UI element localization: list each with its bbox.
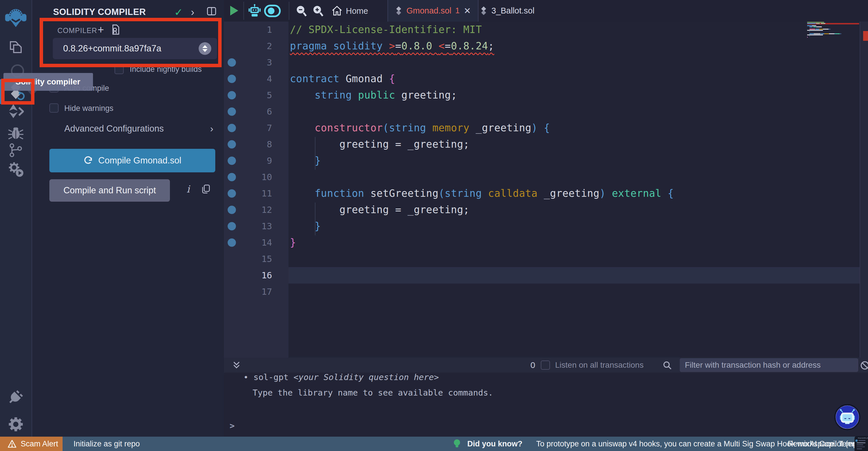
git-init-button[interactable]: Initialize as git repo [73,440,140,448]
gutter-dot[interactable] [228,222,236,230]
compile-success-check-icon: ✓ [174,6,183,19]
info-icon[interactable]: i [187,183,190,195]
gutter-dot[interactable] [228,189,236,198]
gutter-row[interactable]: 2 [224,38,288,54]
compile-and-run-button[interactable]: Compile and Run script [50,179,170,202]
terminal-prompt[interactable]: > [229,421,235,431]
terminal-toolbar: 0 Listen on all transactions [224,358,868,373]
code-line[interactable]: // SPDX-License-Identifier: MIT [290,22,482,38]
gutter-dot[interactable] [228,91,236,100]
compile-button[interactable]: Compile Gmonad.sol [50,149,215,172]
gutter-row[interactable]: 8 [224,136,288,152]
gutter-dot[interactable] [228,58,236,67]
panel-forward-icon[interactable]: › [191,6,194,19]
line-number: 15 [238,251,272,267]
gutter-row[interactable]: 9 [224,152,288,169]
source-control-icon[interactable] [0,142,32,159]
line-number: 2 [238,38,272,54]
expand-terminal-icon[interactable] [232,361,241,371]
code-editor[interactable]: // SPDX-License-Identifier: MITpragma so… [288,22,860,358]
hide-warnings-label[interactable]: Hide warnings [64,104,113,113]
gutter-dot[interactable] [228,206,236,214]
zoom-in-icon[interactable] [312,5,324,19]
terminal-output[interactable]: • sol-gpt <your Solidity question here> … [224,373,868,436]
transaction-filter-input[interactable] [680,358,858,372]
line-number: 11 [238,185,272,202]
gutter-row[interactable]: 6 [224,104,288,120]
clear-console-icon[interactable] [860,361,868,371]
remix-logo[interactable] [0,6,32,29]
code-line[interactable]: constructor(string memory _greeting) { [290,120,550,136]
status-bar: Scam Alert Initialize as git repo Did yo… [0,436,868,451]
code-line[interactable]: } [290,218,321,234]
deploy-run-icon[interactable] [0,102,32,121]
line-number: 8 [238,136,272,152]
hide-warnings-checkbox[interactable] [50,104,59,113]
run-script-icon[interactable] [230,6,238,16]
editor-minimap[interactable] [807,22,859,56]
copilot-toggle-icon[interactable] [264,5,281,19]
settings-icon[interactable] [0,415,32,433]
gutter-dot[interactable] [228,157,236,165]
code-line[interactable]: function setGreeting(string calldata _gr… [290,185,674,202]
gutter-row[interactable]: 16 [224,267,288,284]
gutter-row[interactable]: 5 [224,87,288,104]
gutter-row[interactable]: 7 [224,120,288,136]
code-line[interactable]: string public greeting; [290,87,457,104]
code-line[interactable]: greeting = _greeting; [290,136,470,152]
file-explorer-icon[interactable] [0,39,32,56]
code-line[interactable]: } [290,152,321,169]
home-tab-label[interactable]: Home [346,6,368,16]
gutter-dot[interactable] [228,238,236,247]
code-line[interactable]: contract Gmonad { [290,71,395,87]
gutter-dot[interactable] [228,124,236,132]
gutter-row[interactable]: 10 [224,169,288,185]
tab-label[interactable]: 3_Ballot.sol [491,6,534,16]
line-number: 7 [238,120,272,136]
pin-panel-icon[interactable] [207,6,216,17]
ai-robot-icon[interactable] [248,4,261,19]
editor-scrollbar[interactable] [860,22,868,358]
gutter-row[interactable]: 11 [224,185,288,202]
tab-gmonad[interactable]: Gmonad.sol 1 ✕ [388,0,478,22]
gutter-dot[interactable] [228,140,236,148]
scam-alert-button[interactable]: Scam Alert [0,436,63,451]
remix-ai-assistant-button[interactable] [834,404,861,430]
plugin-manager-icon[interactable] [0,387,32,406]
gutter-dot[interactable] [228,107,236,116]
code-line[interactable]: greeting = _greeting; [290,202,470,218]
copy-icon[interactable] [201,184,211,195]
gutter-row[interactable]: 14 [224,234,288,251]
advanced-chevron-icon[interactable]: › [210,123,213,134]
terminal-line: • sol-gpt <your Solidity question here> [243,372,439,382]
tab-close-icon[interactable]: ✕ [464,6,471,16]
gutter-row[interactable]: 1 [224,22,288,38]
unit-testing-icon[interactable] [0,160,32,179]
advanced-configurations-label[interactable]: Advanced Configurations [64,123,164,134]
tab-label[interactable]: Gmonad.sol [406,6,451,16]
zoom-out-icon[interactable] [295,5,308,19]
gutter-row[interactable]: 4 [224,71,288,87]
gutter-row[interactable]: 12 [224,202,288,218]
listen-transactions-checkbox[interactable] [541,361,550,370]
remix-ide-window: SOLIDITY COMPILER ✓ › COMPILER + 0.8.26+… [0,0,868,451]
solidity-file-icon [480,6,487,16]
gutter-row[interactable]: 17 [224,284,288,300]
home-icon[interactable] [331,5,343,18]
code-line[interactable]: pragma solidity >=0.8.0 <=0.8.24; [290,38,494,54]
tab-ballot[interactable]: 3_Ballot.sol [473,0,541,22]
gutter-dot[interactable] [228,173,236,181]
gutter-row[interactable]: 13 [224,218,288,234]
did-you-know-label: Did you know? [467,440,522,448]
debugger-icon[interactable] [0,124,32,142]
line-number: 9 [238,152,272,169]
panel-title: SOLIDITY COMPILER [53,7,146,17]
gutter-row[interactable]: 15 [224,251,288,267]
listen-transactions-label[interactable]: Listen on all transactions [555,361,644,370]
terminal-search-icon[interactable] [662,361,672,371]
editor-gutter[interactable]: 1234567891011121314151617 [224,22,288,358]
tab-error-badge: 1 [455,6,460,15]
gutter-row[interactable]: 3 [224,54,288,71]
gutter-dot[interactable] [228,75,236,83]
code-line[interactable]: } [290,234,296,251]
